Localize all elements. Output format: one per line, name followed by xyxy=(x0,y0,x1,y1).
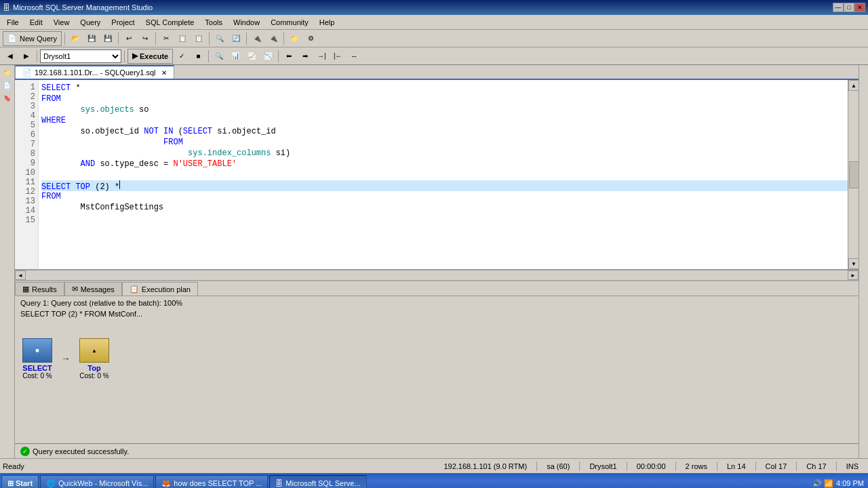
toolbar-separator xyxy=(246,33,247,45)
messages-tab[interactable]: ✉ Messages xyxy=(64,282,122,296)
cut-button[interactable]: ✂ xyxy=(159,31,174,46)
taskbar-item-quickweb[interactable]: 🌐 QuickWeb - Microsoft Vis... xyxy=(40,475,154,488)
time-info: 00:00:00 xyxy=(633,462,670,470)
results-tab[interactable]: ▦ Results xyxy=(15,282,64,296)
code-line: FROM xyxy=(41,191,856,202)
status-separator xyxy=(627,462,627,471)
code-editor[interactable]: 12345 678910 1112131415 SELECT * FROM sy… xyxy=(15,80,859,270)
ch-info: Ch 17 xyxy=(802,462,830,470)
code-line: SELECT * xyxy=(41,83,856,94)
start-button[interactable]: ⊞ Start xyxy=(1,475,39,488)
database-selector[interactable]: Drysolt1 xyxy=(40,49,121,63)
stop-button[interactable]: ■ xyxy=(191,49,205,64)
close-button[interactable]: ✕ xyxy=(854,3,865,12)
start-label: Start xyxy=(16,479,33,487)
open-button[interactable]: 📂 xyxy=(68,31,83,46)
execute-button[interactable]: ▶ Execute xyxy=(127,49,173,64)
properties-button[interactable]: ⚙ xyxy=(303,31,318,46)
menu-community[interactable]: Community xyxy=(265,15,314,29)
toolbar-separator xyxy=(37,50,37,62)
query-status-bar: ✓ Query executed successfully. xyxy=(15,443,859,458)
execution-plan-tab[interactable]: 📋 Execution plan xyxy=(122,282,198,296)
back-button[interactable]: ◀ xyxy=(3,49,18,64)
menu-sqlcomplete[interactable]: SQL Complete xyxy=(140,15,200,29)
menu-help[interactable]: Help xyxy=(314,15,340,29)
object-explorer-button[interactable]: 📁 xyxy=(287,31,302,46)
indent-button[interactable]: →| xyxy=(314,49,329,64)
editor-tab-sqlquery1[interactable]: 📄 192.168.1.101.Dr... - SQLQuery1.sql ✕ xyxy=(15,65,174,79)
tab-icon: 📄 xyxy=(22,68,32,77)
redo-button[interactable]: ↪ xyxy=(138,31,153,46)
scroll-right-button[interactable]: ► xyxy=(848,270,859,280)
scroll-thumb[interactable] xyxy=(849,161,859,188)
plan-nodes: ■ SELECT Cost: 0 % → xyxy=(20,323,853,393)
copy-button[interactable]: 📋 xyxy=(175,31,190,46)
outdent-button[interactable]: |← xyxy=(330,49,345,64)
include-results-button[interactable]: 📊 xyxy=(228,49,243,64)
code-content[interactable]: SELECT * FROM sys.objects so WHERE so.ob… xyxy=(39,80,859,269)
object-explorer-toggle[interactable]: 📁 xyxy=(1,66,14,79)
maximize-button[interactable]: □ xyxy=(844,3,854,12)
taskbar-quickweb-label: QuickWeb - Microsoft Vis... xyxy=(58,479,148,487)
top-node-cost: Cost: 0 % xyxy=(79,372,108,380)
menu-view[interactable]: View xyxy=(48,15,75,29)
bookmark-toggle[interactable]: 🔖 xyxy=(1,92,14,104)
menu-edit[interactable]: Edit xyxy=(24,15,48,29)
top-plan-node[interactable]: ▲ Top Cost: 0 % xyxy=(77,337,111,380)
horizontal-scrollbar[interactable]: ◄ ► xyxy=(15,270,859,280)
app-icon: 🗄 xyxy=(3,3,10,12)
new-query-button[interactable]: 📄 New Query xyxy=(3,31,62,46)
status-separator xyxy=(796,462,797,471)
execute-icon: ▶ xyxy=(132,52,138,60)
align-right-button[interactable]: ➡ xyxy=(298,49,313,64)
menu-project[interactable]: Project xyxy=(106,15,140,29)
display-plan-button[interactable]: 📉 xyxy=(260,49,275,64)
top-node-label: Top xyxy=(87,364,100,372)
connect-button[interactable]: 🔌 xyxy=(250,31,264,46)
disconnect-button[interactable]: 🔌 xyxy=(266,31,281,46)
ln-info: Ln 14 xyxy=(723,462,750,470)
vertical-scrollbar[interactable]: ▲ ▼ xyxy=(848,80,859,269)
find-button[interactable]: 🔍 xyxy=(212,31,227,46)
taskbar-item-ssms[interactable]: 🗄 Microsoft SQL Serve... xyxy=(269,475,366,488)
toolbar1: 📄 New Query 📂 💾 💾 ↩ ↪ ✂ 📋 📋 🔍 🔄 🔌 🔌 📁 ⚙ xyxy=(0,30,868,47)
undo-button[interactable]: ↩ xyxy=(121,31,136,46)
menu-tools[interactable]: Tools xyxy=(199,15,228,29)
status-separator xyxy=(717,462,717,471)
minimize-button[interactable]: — xyxy=(833,3,844,12)
scroll-left-button[interactable]: ◄ xyxy=(15,270,26,280)
status-separator xyxy=(536,462,537,471)
show-plan-button[interactable]: 📈 xyxy=(244,49,259,64)
replace-button[interactable]: 🔄 xyxy=(229,31,243,46)
ssms-icon: 🗄 xyxy=(275,479,283,487)
save-all-button[interactable]: 💾 xyxy=(100,31,115,46)
code-line: FROM xyxy=(41,94,856,104)
menu-file[interactable]: File xyxy=(1,15,24,29)
select-icon: ■ xyxy=(35,347,39,354)
activity-bar: 📁 📄 🔖 xyxy=(0,65,15,458)
menu-window[interactable]: Window xyxy=(228,15,265,29)
tab-close-button[interactable]: ✕ xyxy=(161,69,167,77)
save-button[interactable]: 💾 xyxy=(84,31,99,46)
check-button[interactable]: ✓ xyxy=(174,49,189,64)
col-info: Col 17 xyxy=(762,462,791,470)
messages-icon: ✉ xyxy=(72,285,78,293)
toolbar-separator xyxy=(118,33,119,45)
parse-button[interactable]: 🔍 xyxy=(212,49,226,64)
code-line: WHERE xyxy=(41,115,856,126)
status-separator xyxy=(675,462,676,471)
template-toggle[interactable]: 📄 xyxy=(1,79,14,92)
comment-button[interactable]: -- xyxy=(347,49,361,64)
menu-bar: File Edit View Query Project SQL Complet… xyxy=(0,15,868,30)
menu-query[interactable]: Query xyxy=(75,15,106,29)
scroll-up-button[interactable]: ▲ xyxy=(848,80,859,91)
forward-button[interactable]: ▶ xyxy=(19,49,34,64)
paste-button[interactable]: 📋 xyxy=(191,31,206,46)
code-line: AND so.type_desc = N'USER_TABLE' xyxy=(41,159,856,169)
align-left-button[interactable]: ⬅ xyxy=(281,49,296,64)
taskbar-item-firefox[interactable]: 🦊 how does SELECT TOP ... xyxy=(155,475,268,488)
scroll-down-button[interactable]: ▼ xyxy=(848,258,859,269)
query-text: SELECT TOP (2) * FROM MstConf... xyxy=(20,310,853,318)
toolbar-separator xyxy=(208,50,209,62)
code-line-select-top: SELECT TOP (2) * xyxy=(41,180,856,191)
